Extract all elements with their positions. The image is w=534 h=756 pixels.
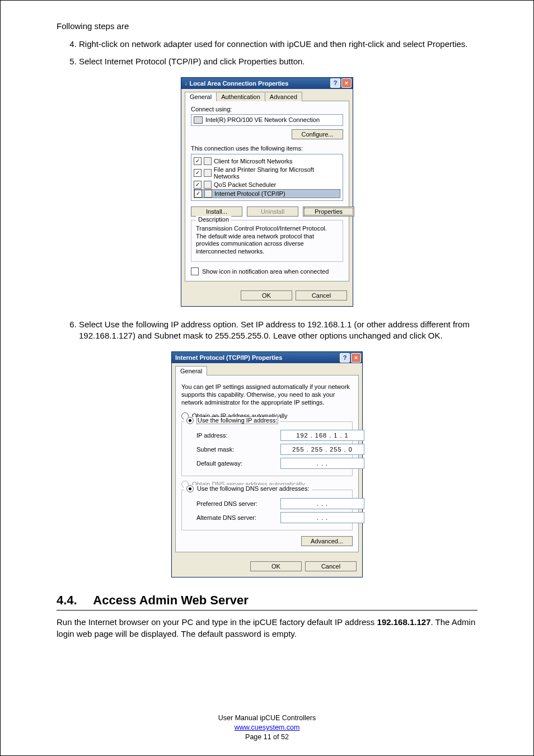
configure-button[interactable]: Configure...: [292, 129, 343, 139]
properties-button[interactable]: Properties: [303, 206, 354, 217]
ip-group: Use the following IP address: IP address…: [181, 421, 353, 476]
section-paragraph: Run the Internet browser on your PC and …: [57, 616, 477, 640]
down-arrow-icon: ↓: [185, 81, 188, 86]
radio-icon[interactable]: [186, 417, 194, 424]
pref-dns-label: Preferred DNS server:: [196, 500, 275, 507]
lan-title: Local Area Connection Properties: [190, 80, 289, 87]
close-icon[interactable]: ×: [351, 353, 361, 363]
item-qos[interactable]: ✓QoS Packet Scheduler: [194, 180, 340, 189]
tab-authentication[interactable]: Authentication: [216, 92, 265, 101]
nic-field: Intel(R) PRO/100 VE Network Connection: [191, 114, 343, 126]
item-fps[interactable]: ✓File and Printer Sharing for Microsoft …: [194, 166, 340, 180]
ordered-steps-2: Select Use the following IP address opti…: [57, 319, 477, 342]
ip-desc: You can get IP settings assigned automat…: [181, 383, 353, 406]
checkbox-icon[interactable]: ✓: [194, 190, 202, 198]
step-6: Select Use the following IP address opti…: [79, 319, 477, 342]
nic-icon: [194, 116, 203, 124]
description-text: Transmission Control Protocol/Internet P…: [196, 225, 338, 256]
tcpip-footer: OK Cancel: [172, 556, 362, 577]
gateway-field[interactable]: . . .: [280, 458, 364, 469]
uses-items-label: This connection uses the following items…: [191, 145, 343, 152]
install-button[interactable]: Install...: [191, 206, 242, 217]
description-title: Description: [196, 216, 231, 223]
subnet-mask-field[interactable]: 255 . 255 . 255 . 0: [280, 444, 364, 455]
step-4: Right-click on network adapter used for …: [79, 39, 477, 50]
ip-address-label: IP address:: [196, 432, 275, 439]
alt-dns-label: Alternate DNS server:: [196, 514, 275, 521]
lan-footer: OK Cancel: [181, 285, 353, 306]
pref-dns-field[interactable]: . . .: [280, 498, 364, 509]
nic-name: Intel(R) PRO/100 VE Network Connection: [205, 116, 320, 123]
help-icon[interactable]: ?: [340, 353, 350, 363]
gateway-label: Default gateway:: [196, 460, 275, 467]
lan-tabs: General Authentication Advanced: [185, 91, 349, 101]
checkbox-icon[interactable]: ✓: [194, 157, 202, 165]
tcpip-title: Internet Protocol (TCP/IP) Properties: [175, 354, 282, 361]
footer-manual: User Manual ipCUE Controllers: [1, 713, 533, 723]
checkbox-icon[interactable]: ✓: [194, 169, 202, 177]
tab-advanced[interactable]: Advanced: [265, 92, 302, 101]
footer-page: Page 11 of 52: [1, 732, 533, 742]
lan-dialog-screenshot: ↓Local Area Connection Properties ? × Ge…: [57, 77, 477, 307]
ordered-steps: Right-click on network adapter used for …: [57, 39, 477, 67]
tcpip-titlebar: Internet Protocol (TCP/IP) Properties ? …: [172, 352, 362, 363]
page-footer: User Manual ipCUE Controllers www.cuesys…: [1, 713, 533, 742]
show-icon-row[interactable]: Show icon in notification area when conn…: [191, 267, 343, 275]
dns-group: Use the following DNS server addresses: …: [181, 490, 353, 530]
radio-dns-use[interactable]: Use the following DNS server addresses:: [186, 485, 310, 492]
step-5: Select Internet Protocol (TCP/IP) and cl…: [79, 56, 477, 67]
ok-button[interactable]: OK: [250, 561, 302, 571]
tcpip-tabs: General: [175, 365, 359, 375]
help-icon[interactable]: ?: [330, 78, 340, 88]
section-title: Access Admin Web Server: [93, 593, 249, 607]
radio-icon[interactable]: [186, 485, 194, 492]
cancel-button[interactable]: Cancel: [305, 561, 357, 571]
advanced-button[interactable]: Advanced...: [301, 536, 353, 546]
lan-titlebar: ↓Local Area Connection Properties ? ×: [181, 78, 353, 89]
uninstall-button: Uninstall: [247, 206, 298, 217]
component-icon: [204, 181, 212, 189]
section-rule: [57, 610, 477, 611]
item-client[interactable]: ✓Client for Microsoft Networks: [194, 157, 340, 166]
component-icon: [204, 190, 212, 198]
alt-dns-field[interactable]: . . .: [280, 512, 364, 523]
subnet-mask-label: Subnet mask:: [196, 446, 275, 453]
description-group: Description Transmission Control Protoco…: [191, 220, 343, 262]
items-listbox[interactable]: ✓Client for Microsoft Networks ✓File and…: [191, 154, 343, 201]
connect-using-label: Connect using:: [191, 106, 343, 112]
section-heading: 4.4. Access Admin Web Server: [57, 593, 477, 608]
intro-text: Following steps are: [57, 21, 477, 32]
checkbox-icon[interactable]: ✓: [194, 181, 202, 189]
radio-use-ip[interactable]: Use the following IP address:: [186, 417, 278, 424]
ok-button[interactable]: OK: [241, 290, 292, 300]
cancel-button[interactable]: Cancel: [296, 290, 347, 300]
close-icon[interactable]: ×: [341, 78, 352, 88]
show-icon-label: Show icon in notification area when conn…: [202, 268, 329, 275]
footer-link[interactable]: www.cuesystem.com: [235, 724, 300, 731]
ip-address-field[interactable]: 192 . 168 . 1 . 1: [280, 430, 364, 441]
component-icon: [204, 169, 212, 177]
checkbox-icon[interactable]: [191, 267, 199, 275]
default-ip: 192.168.1.127: [377, 617, 431, 627]
tab-general[interactable]: General: [175, 366, 207, 375]
tab-general[interactable]: General: [185, 92, 217, 101]
section-number: 4.4.: [57, 593, 90, 608]
tcpip-dialog-screenshot: Internet Protocol (TCP/IP) Properties ? …: [57, 351, 477, 577]
item-tcpip[interactable]: ✓Internet Protocol (TCP/IP): [194, 189, 340, 198]
component-icon: [204, 157, 212, 165]
